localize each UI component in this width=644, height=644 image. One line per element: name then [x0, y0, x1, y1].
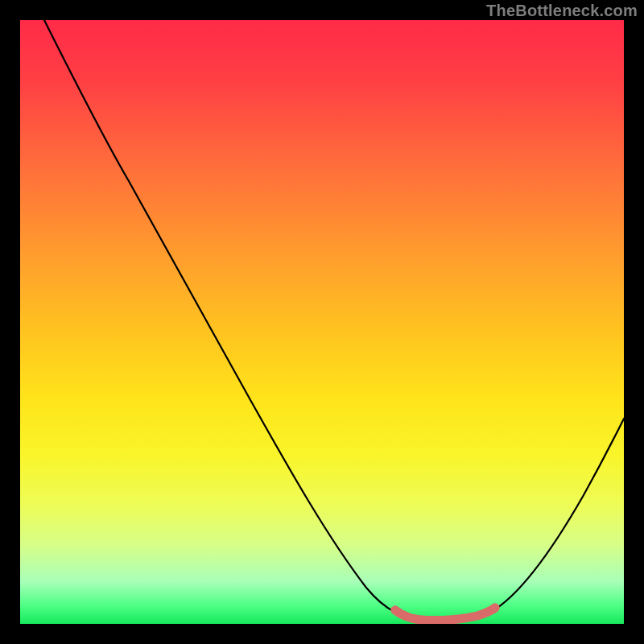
- chart-svg: [20, 20, 624, 624]
- chart-frame: TheBottleneck.com: [0, 0, 644, 644]
- bottleneck-curve-path: [44, 20, 624, 620]
- watermark-text: TheBottleneck.com: [486, 2, 638, 20]
- optimal-zone-path: [395, 608, 495, 621]
- optimal-zone-end-left: [391, 606, 400, 615]
- plot-area: [20, 20, 624, 624]
- optimal-zone-end-right: [491, 604, 500, 613]
